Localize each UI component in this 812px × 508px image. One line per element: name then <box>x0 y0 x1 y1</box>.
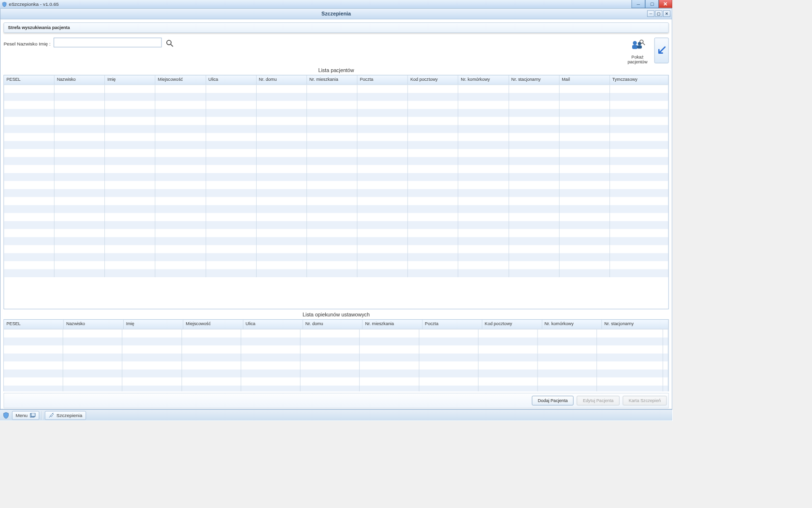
table-cell <box>206 237 256 245</box>
table-cell <box>408 269 458 277</box>
table-row[interactable] <box>4 133 668 141</box>
table-cell <box>408 125 458 133</box>
table-cell <box>559 181 609 189</box>
table-row[interactable] <box>4 189 668 197</box>
col-header[interactable]: Nr. domu <box>303 320 363 329</box>
col-header[interactable]: Mail <box>559 75 609 85</box>
col-header[interactable]: Ulica <box>206 75 256 85</box>
table-row[interactable] <box>4 269 668 277</box>
guardians-grid-body[interactable] <box>4 329 668 391</box>
table-cell <box>206 253 256 261</box>
table-row[interactable] <box>4 141 668 149</box>
collapse-arrow-button[interactable] <box>654 38 669 63</box>
window-maximize-button[interactable]: ▢ <box>645 0 659 8</box>
table-row[interactable] <box>4 229 668 238</box>
table-row[interactable] <box>4 101 668 109</box>
table-row[interactable] <box>4 109 668 117</box>
table-row[interactable] <box>4 117 668 125</box>
table-row[interactable] <box>4 221 668 229</box>
table-row[interactable] <box>4 93 668 101</box>
window-minimize-button[interactable]: ─ <box>632 0 645 8</box>
col-header[interactable]: PESEL <box>4 320 64 329</box>
table-cell <box>257 253 307 261</box>
menu-button[interactable]: Menu <box>12 411 39 419</box>
table-row[interactable] <box>4 197 668 205</box>
table-row[interactable] <box>4 369 668 377</box>
add-patient-button[interactable]: Dodaj Pacjenta <box>532 396 574 405</box>
table-row[interactable] <box>4 173 668 181</box>
table-cell <box>360 353 420 361</box>
inner-close-button[interactable]: ✕ <box>663 11 670 17</box>
col-header[interactable]: Kod pocztowy <box>408 75 458 85</box>
table-cell <box>559 101 609 109</box>
table-row[interactable] <box>4 353 668 361</box>
col-header[interactable]: Ulica <box>243 320 303 329</box>
table-row[interactable] <box>4 237 668 245</box>
col-header[interactable]: Poczta <box>357 75 407 85</box>
table-row[interactable] <box>4 181 668 189</box>
table-cell <box>156 117 206 125</box>
col-header[interactable]: Miejscowość <box>156 75 206 85</box>
col-header[interactable]: Nr. stacjonarny <box>602 320 668 329</box>
table-row[interactable] <box>4 345 668 354</box>
window-close-button[interactable]: ✕ <box>659 0 672 8</box>
table-cell <box>156 221 206 229</box>
table-row[interactable] <box>4 245 668 254</box>
task-label: Szczepienia <box>57 412 83 418</box>
table-cell <box>538 329 597 338</box>
show-patients-button[interactable]: Pokaż pacjentów <box>623 38 652 64</box>
table-row[interactable] <box>4 157 668 165</box>
table-cell <box>559 245 609 254</box>
patients-grid-body[interactable] <box>4 85 668 309</box>
inner-maximize-button[interactable]: ▢ <box>655 11 662 17</box>
col-header[interactable]: Nr. stacjonarny <box>509 75 559 85</box>
table-row[interactable] <box>4 377 668 386</box>
table-row[interactable] <box>4 337 668 345</box>
table-cell <box>55 197 105 205</box>
table-row[interactable] <box>4 213 668 221</box>
task-szczepienia[interactable]: Szczepienia <box>45 411 86 419</box>
col-header[interactable]: PESEL <box>4 75 54 85</box>
table-row[interactable] <box>4 149 668 157</box>
table-cell <box>458 237 508 245</box>
table-row[interactable] <box>4 125 668 133</box>
table-cell <box>4 109 54 117</box>
table-cell <box>257 93 307 101</box>
table-cell <box>241 345 301 354</box>
col-header[interactable]: Nr. domu <box>257 75 307 85</box>
table-row[interactable] <box>4 261 668 269</box>
table-cell <box>610 221 668 229</box>
table-cell <box>257 205 307 213</box>
table-cell <box>458 93 508 101</box>
col-header[interactable]: Nr. mieszkania <box>307 75 357 85</box>
col-header[interactable]: Poczta <box>422 320 482 329</box>
col-header[interactable]: Nr. komórkowy <box>458 75 508 85</box>
table-cell <box>4 117 54 125</box>
table-row[interactable] <box>4 253 668 261</box>
table-row[interactable] <box>4 205 668 213</box>
table-cell <box>105 221 155 229</box>
guardians-grid-header: PESEL Nazwisko Imię Miejscowość Ulica Nr… <box>4 320 668 329</box>
table-cell <box>478 337 538 345</box>
table-row[interactable] <box>4 165 668 173</box>
col-header[interactable]: Tymczasowy <box>610 75 668 85</box>
table-cell <box>55 213 105 221</box>
col-header[interactable]: Miejscowość <box>183 320 243 329</box>
table-row[interactable] <box>4 85 668 93</box>
table-row[interactable] <box>4 329 668 338</box>
col-header[interactable]: Nazwisko <box>55 75 105 85</box>
col-header[interactable]: Imię <box>105 75 155 85</box>
table-cell <box>509 85 559 93</box>
table-row[interactable] <box>4 386 668 391</box>
table-cell <box>509 261 559 269</box>
table-cell <box>4 181 54 189</box>
search-input[interactable] <box>54 38 162 47</box>
col-header[interactable]: Nazwisko <box>64 320 124 329</box>
col-header[interactable]: Imię <box>124 320 184 329</box>
inner-minimize-button[interactable]: ─ <box>647 11 654 17</box>
search-button[interactable] <box>165 38 174 48</box>
col-header[interactable]: Kod pocztowy <box>482 320 542 329</box>
col-header[interactable]: Nr. komórkowy <box>542 320 602 329</box>
col-header[interactable]: Nr. mieszkania <box>362 320 422 329</box>
table-row[interactable] <box>4 361 668 370</box>
